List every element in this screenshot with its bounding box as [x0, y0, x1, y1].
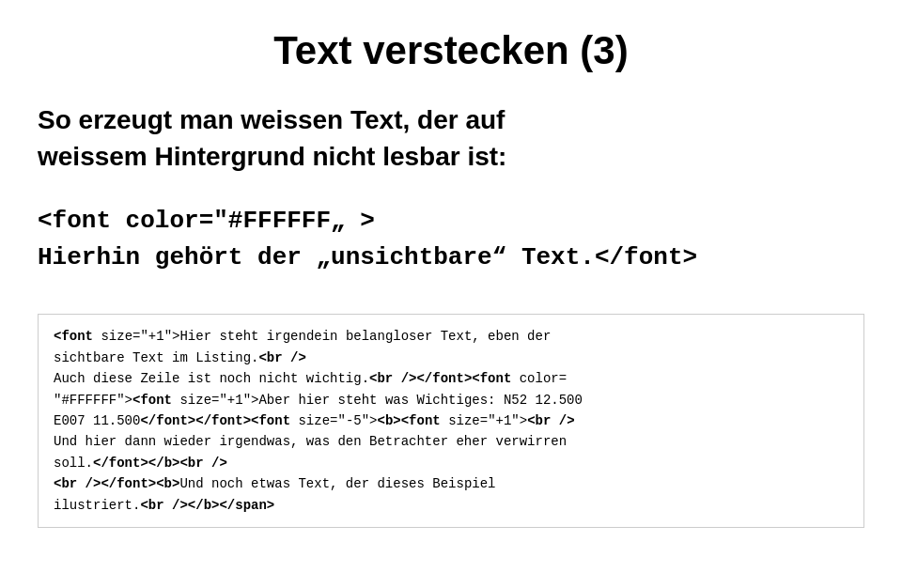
code-font-size2: <font — [132, 393, 172, 408]
intro-line2: weissem Hintergrund nicht lesbar ist: — [38, 138, 864, 175]
intro-line1: So erzeugt man weissen Text, der auf — [38, 101, 864, 138]
page-title: Text verstecken (3) — [38, 28, 864, 73]
code-br1: <br /> — [258, 350, 305, 365]
code-listing: <font size="+1">Hier steht irgendein bel… — [38, 314, 864, 528]
code-br3: <br /> — [527, 413, 574, 428]
main-code-block: <font color="#FFFFFF„ > Hierhin gehört d… — [38, 203, 864, 276]
code-size4-attr: size="+1" — [448, 413, 520, 428]
code-color-attr: color= — [520, 371, 567, 386]
code-b1: <b> — [378, 413, 401, 428]
code-br2: <br /></font> — [369, 371, 472, 386]
code-b2: <b> — [156, 476, 179, 491]
code-br4: <br /> — [179, 456, 226, 471]
code-br6: <br /></b></span> — [140, 498, 274, 513]
code-close1: </font></font> — [140, 413, 251, 428]
code-size2-attr: size="+1" — [179, 393, 251, 408]
main-code-line2: Hierhin gehört der „unsichtbare“ Text.</… — [38, 240, 864, 276]
intro-text: So erzeugt man weissen Text, der auf wei… — [38, 101, 864, 175]
code-font-size4: <font — [401, 413, 441, 428]
code-close2: </font></b> — [93, 456, 179, 471]
code-gt1: > — [172, 329, 179, 344]
code-font-color: <font — [472, 371, 511, 386]
code-size-attr: size="+1" — [101, 329, 172, 344]
code-br5: <br /></font> — [54, 476, 156, 491]
main-code-line1: <font color="#FFFFFF„ > — [38, 203, 864, 240]
code-size3-attr: size="-5" — [298, 413, 369, 428]
code-font-open: <font — [54, 329, 93, 344]
code-font-size3: <font — [251, 413, 290, 428]
